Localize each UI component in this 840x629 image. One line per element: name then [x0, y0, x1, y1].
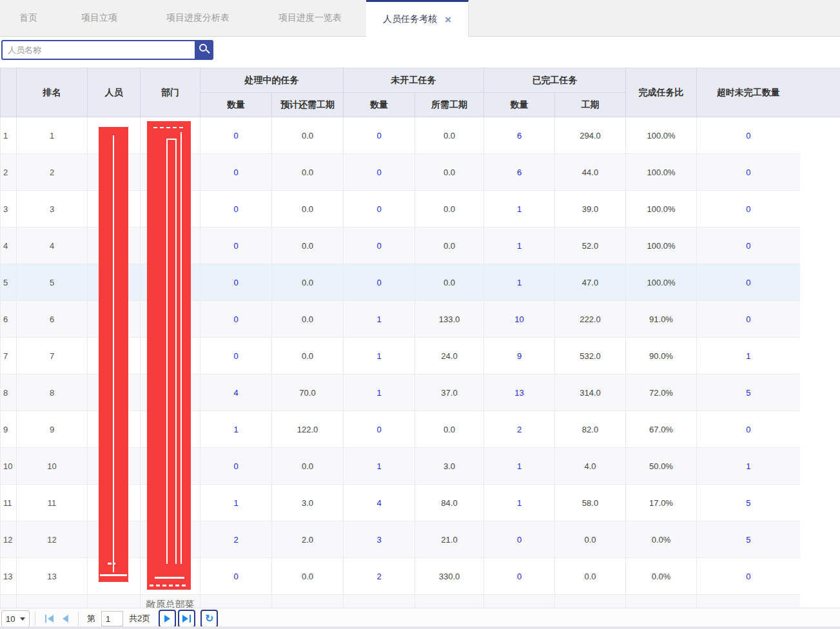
in-progress-count-cell[interactable]: 0 [200, 558, 272, 595]
in-progress-duration-cell: 0.0 [272, 558, 344, 595]
col-person: 人员 [88, 68, 141, 117]
first-page-icon [45, 615, 46, 623]
in-progress-count-cell[interactable]: 1 [200, 411, 272, 448]
tab-personnel-task-assessment[interactable]: 人员任务考核 × [366, 0, 469, 37]
page-size-select[interactable]: 10 [1, 610, 30, 627]
unstarted-count-cell[interactable]: 1 [344, 448, 415, 485]
overdue-count-cell[interactable]: 0 [697, 154, 800, 191]
close-icon[interactable]: × [445, 14, 451, 25]
unstarted-count-cell[interactable]: 0 [344, 191, 415, 227]
completed-count-cell[interactable]: 1 [484, 448, 555, 485]
unstarted-count-cell[interactable]: 0 [344, 154, 415, 191]
completed-count-cell[interactable]: 0 [484, 521, 555, 558]
in-progress-count-cell[interactable]: 0 [200, 338, 272, 374]
next-page-button[interactable] [159, 610, 176, 628]
row-index-cell: 5 [1, 264, 17, 301]
completed-count-cell[interactable]: 9 [484, 338, 555, 374]
in-progress-count-cell[interactable]: 1 [200, 485, 272, 521]
in-progress-duration-cell: 0.0 [272, 301, 344, 338]
in-progress-count-cell[interactable]: 2 [200, 521, 272, 558]
unstarted-count-cell[interactable]: 0 [344, 227, 415, 264]
in-progress-count-cell[interactable]: 0 [200, 117, 272, 154]
unstarted-count-cell[interactable]: 1 [344, 338, 415, 374]
in-progress-count-cell[interactable]: 0 [200, 264, 272, 301]
first-page-button[interactable] [45, 615, 54, 623]
completion-ratio-cell: 50.0% [626, 448, 697, 485]
completed-count-cell[interactable]: 1 [484, 227, 555, 264]
search-button[interactable] [195, 40, 213, 60]
completed-count-cell[interactable]: 13 [484, 374, 555, 411]
overdue-count-cell[interactable]: 0 [697, 411, 800, 448]
unstarted-count-cell[interactable]: 4 [344, 485, 415, 521]
completed-count-cell[interactable]: 1 [484, 191, 555, 227]
completed-count-cell[interactable]: 1 [484, 264, 555, 301]
in-progress-duration-cell: 0.0 [272, 338, 344, 374]
row-filler [800, 227, 840, 264]
overdue-count-cell[interactable]: 0 [697, 558, 800, 595]
last-page-button[interactable] [178, 610, 195, 628]
redaction-person-column [99, 127, 128, 582]
overdue-count-cell[interactable]: 0 [697, 227, 800, 264]
in-progress-count-cell[interactable]: 0 [200, 191, 272, 227]
in-progress-count-cell[interactable]: 0 [200, 227, 272, 264]
in-progress-duration-cell: 0.0 [272, 154, 344, 191]
completed-duration-cell: 44.0 [555, 154, 626, 191]
tab-progress-overview[interactable]: 项目进度一览表 [254, 0, 366, 36]
redaction-artifact [155, 577, 184, 579]
completed-count-cell[interactable]: 2 [484, 411, 555, 448]
page-number-input[interactable] [101, 611, 123, 626]
rank-cell: 3 [17, 191, 88, 227]
completed-duration-cell: 0.0 [555, 521, 626, 558]
overdue-count-cell[interactable]: 1 [697, 448, 800, 485]
completed-count-cell[interactable]: 6 [484, 117, 555, 154]
unstarted-duration-cell: 133.0 [415, 301, 484, 338]
unstarted-duration-cell: 37.0 [415, 374, 484, 411]
search-input[interactable] [1, 40, 196, 60]
in-progress-count-cell[interactable]: 4 [200, 374, 272, 411]
table-row-partial[interactable]: 敞原总部菜 [1, 595, 840, 608]
tab-project-initiation[interactable]: 项目立项 [57, 0, 142, 36]
in-progress-duration-cell: 0.0 [272, 448, 344, 485]
unstarted-count-cell[interactable]: 1 [344, 374, 415, 411]
completed-count-cell[interactable]: 6 [484, 154, 555, 191]
row-filler [800, 411, 840, 448]
overdue-count-cell[interactable]: 0 [697, 117, 800, 154]
unstarted-count-cell[interactable]: 3 [344, 521, 415, 558]
in-progress-count-cell[interactable]: 0 [200, 154, 272, 191]
overdue-count-cell[interactable]: 0 [697, 264, 800, 301]
overdue-count-cell [697, 595, 800, 608]
completion-ratio-cell: 72.0% [626, 374, 697, 411]
completed-count-cell[interactable]: 10 [484, 301, 555, 338]
rank-cell: 4 [17, 227, 88, 264]
in-progress-count-cell[interactable]: 0 [200, 448, 272, 485]
tab-progress-analysis[interactable]: 项目进度分析表 [142, 0, 254, 36]
row-index-cell: 13 [1, 558, 17, 595]
completed-count-cell[interactable]: 0 [484, 558, 555, 595]
overdue-count-cell[interactable]: 5 [697, 374, 800, 411]
in-progress-count-cell[interactable]: 0 [200, 301, 272, 338]
col-completion-ratio: 完成任务比 [626, 68, 697, 117]
completion-ratio-cell: 90.0% [626, 338, 697, 374]
overdue-count-cell[interactable]: 0 [697, 191, 800, 227]
last-page-icon [182, 615, 188, 623]
col-duration: 工期 [555, 93, 626, 117]
col-unstarted-count: 数量 [344, 93, 415, 117]
overdue-count-cell[interactable]: 5 [697, 485, 800, 521]
unstarted-count-cell[interactable]: 1 [344, 301, 415, 338]
redaction-artifact [153, 127, 186, 128]
unstarted-count-cell[interactable]: 0 [344, 117, 415, 154]
unstarted-count-cell[interactable]: 0 [344, 411, 415, 448]
col-rank: 排名 [17, 68, 88, 117]
unstarted-count-cell[interactable]: 0 [344, 264, 415, 301]
overdue-count-cell[interactable]: 5 [697, 521, 800, 558]
refresh-button[interactable]: ↻ [200, 610, 218, 628]
overdue-count-cell[interactable]: 0 [697, 301, 800, 338]
completed-count-cell[interactable]: 1 [484, 485, 555, 521]
row-index-cell: 8 [1, 374, 17, 411]
tab-home[interactable]: 首页 [0, 0, 57, 36]
overdue-count-cell[interactable]: 1 [697, 338, 800, 374]
prev-page-button[interactable] [63, 615, 68, 623]
col-estimated-remaining-duration: 预计还需工期 [272, 93, 344, 117]
unstarted-duration-cell: 0.0 [415, 117, 484, 154]
unstarted-count-cell[interactable]: 2 [344, 558, 415, 595]
